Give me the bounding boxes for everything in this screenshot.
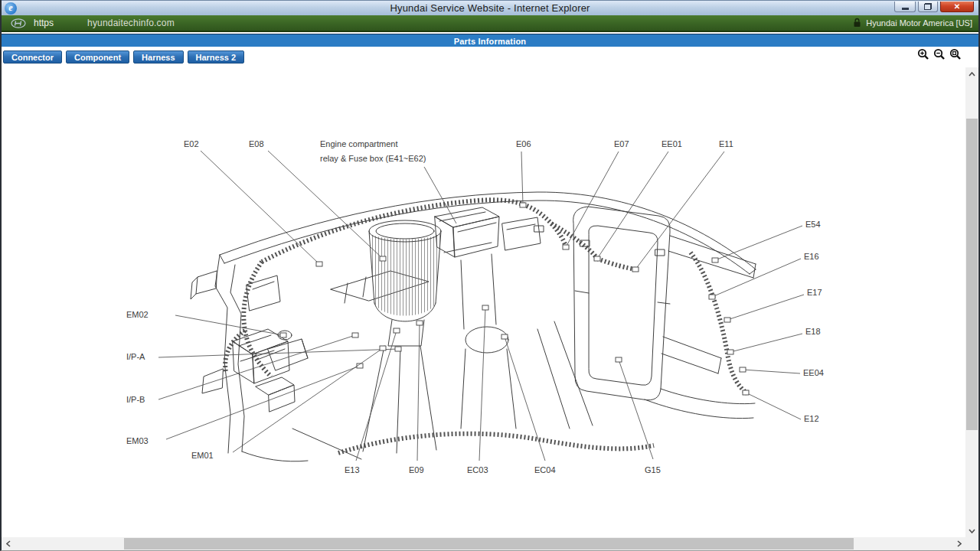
scroll-left-arrow[interactable] xyxy=(2,537,15,550)
leader-line-EM01 xyxy=(233,348,383,452)
callout-label-EM03: EM03 xyxy=(126,436,149,445)
vertical-scroll-thumb[interactable] xyxy=(966,119,978,430)
leader-line-E16 xyxy=(712,259,801,297)
callout-label-E06: E06 xyxy=(516,139,531,148)
callout-label-E13: E13 xyxy=(345,465,360,474)
connector-marker-E17 xyxy=(724,318,730,322)
vertical-scrollbar[interactable] xyxy=(965,67,978,537)
leader-line-EC03 xyxy=(479,308,485,461)
connector-marker-E06 xyxy=(520,203,526,207)
diagram-viewport: E02E08Engine compartmentrelay & Fuse box… xyxy=(2,67,965,537)
restore-icon xyxy=(924,3,932,10)
security-zone: Hyundai Motor America [US] xyxy=(853,18,978,29)
page-header: Parts Information xyxy=(2,34,978,47)
connector-marker-I/P-A xyxy=(395,347,401,351)
minimize-button[interactable] xyxy=(894,2,916,12)
connector-marker-G15 xyxy=(616,357,622,362)
scroll-down-arrow[interactable] xyxy=(965,524,978,537)
leader-line-EC04 xyxy=(505,337,545,461)
leader-line-E02 xyxy=(201,151,319,264)
connector-marker-EC03 xyxy=(482,305,488,310)
callout-label-E08: E08 xyxy=(249,139,264,148)
horizontal-scrollbar[interactable] xyxy=(2,537,965,550)
leader-line-I/P-A xyxy=(158,349,398,357)
connector-marker-E02 xyxy=(316,262,322,266)
tab-component[interactable]: Component xyxy=(66,51,129,64)
scroll-right-arrow[interactable] xyxy=(952,537,965,550)
connector-marker-E12 xyxy=(743,390,749,395)
scroll-up-arrow[interactable] xyxy=(965,67,978,80)
callout-label-EM02: EM02 xyxy=(126,310,149,319)
leader-line-EM02 xyxy=(175,315,283,335)
leader-line-G15 xyxy=(619,360,653,459)
page-title: Parts Information xyxy=(454,37,526,46)
leader-line-E09 xyxy=(417,323,420,461)
callout-label-EC03: EC03 xyxy=(467,465,488,474)
zoom-out-icon[interactable] xyxy=(933,48,946,60)
leader-line-fusebox-note xyxy=(424,167,456,223)
leader-line-EM03 xyxy=(166,366,360,439)
connector-marker-I/P-B xyxy=(352,333,358,337)
restore-button[interactable] xyxy=(918,2,938,12)
callout-label-fusebox-note-line2: relay & Fuse box (E41~E62) xyxy=(320,154,426,163)
callout-label-E07: E07 xyxy=(614,139,629,148)
address-bar: https hyundaitechinfo.com Hyundai Motor … xyxy=(2,15,978,32)
url-protocol: https xyxy=(34,18,54,28)
security-cert-text[interactable]: Hyundai Motor America [US] xyxy=(866,18,972,28)
callout-label-EM01: EM01 xyxy=(191,451,214,460)
leader-line-EE04 xyxy=(743,370,800,373)
hyundai-logo-icon xyxy=(11,18,26,28)
horizontal-scroll-thumb[interactable] xyxy=(124,538,854,549)
callout-label-E17: E17 xyxy=(807,288,822,297)
callout-label-E02: E02 xyxy=(184,139,199,148)
address-input[interactable]: hyundaitechinfo.com xyxy=(87,18,175,28)
scrollbar-corner xyxy=(965,537,978,550)
connector-marker-EE04 xyxy=(740,367,746,372)
leader-line-E11 xyxy=(635,152,724,269)
callout-label-E12: E12 xyxy=(804,414,819,423)
close-icon: ✕ xyxy=(954,3,960,11)
connector-marker-E54 xyxy=(712,258,718,262)
leader-line-E12 xyxy=(746,393,801,419)
zoom-in-icon[interactable] xyxy=(917,48,929,60)
callout-label-fusebox-note: Engine compartment xyxy=(320,139,398,148)
connector-marker-EC04 xyxy=(501,334,508,339)
callout-label-E11: E11 xyxy=(719,139,733,148)
callout-label-I/P-A: I/P-A xyxy=(126,352,145,361)
diagram-canvas[interactable]: E02E08Engine compartmentrelay & Fuse box… xyxy=(2,67,965,537)
lock-icon xyxy=(853,18,861,29)
zoom-original-icon[interactable] xyxy=(949,48,962,60)
tab-connector[interactable]: Connector xyxy=(3,51,62,64)
connector-marker-E07 xyxy=(563,245,569,249)
connector-marker-E13 xyxy=(394,328,400,333)
leader-line-E54 xyxy=(715,226,802,260)
tab-harness-2[interactable]: Harness 2 xyxy=(188,51,245,64)
callout-label-EE04: EE04 xyxy=(803,368,824,377)
leader-line-I/P-B xyxy=(158,335,355,399)
connector-marker-EE01 xyxy=(594,256,600,261)
callout-label-E18: E18 xyxy=(805,327,821,336)
diagram-callouts: E02E08Engine compartmentrelay & Fuse box… xyxy=(126,139,824,474)
tab-row: Connector Component Harness Harness 2 xyxy=(2,47,978,67)
connector-marker-E16 xyxy=(709,295,715,299)
tab-harness[interactable]: Harness xyxy=(133,51,183,64)
callout-label-I/P-B: I/P-B xyxy=(126,395,145,404)
callout-label-EE01: EE01 xyxy=(662,139,682,148)
callout-label-EC04: EC04 xyxy=(534,465,556,474)
connector-marker-E11 xyxy=(632,267,639,272)
callout-label-E16: E16 xyxy=(804,252,819,261)
window-controls: ✕ xyxy=(894,1,978,15)
leader-line-E18 xyxy=(730,334,802,352)
callout-label-E09: E09 xyxy=(409,465,424,474)
close-button[interactable]: ✕ xyxy=(940,2,974,12)
ie-icon: e xyxy=(5,2,17,15)
zoom-toolbar xyxy=(917,48,962,60)
minimize-icon xyxy=(902,8,909,10)
window-title: Hyundai Service Website - Internet Explo… xyxy=(2,2,978,14)
harness-diagram-artwork xyxy=(191,192,756,461)
callout-label-E54: E54 xyxy=(805,220,821,229)
callout-label-G15: G15 xyxy=(645,465,661,474)
connector-marker-EM01 xyxy=(380,346,386,350)
connector-marker-EM02 xyxy=(280,333,286,337)
title-bar: e Hyundai Service Website - Internet Exp… xyxy=(2,0,978,15)
